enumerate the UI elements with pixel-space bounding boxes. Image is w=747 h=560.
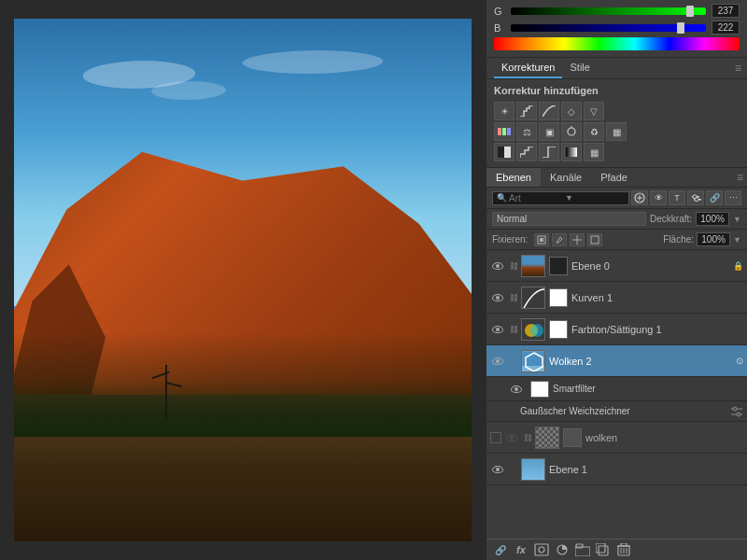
blend-mode-select[interactable]: Normal [492, 212, 646, 226]
visibility-toggle[interactable] [490, 259, 505, 273]
layer-name: Farbton/Sättigung 1 [571, 324, 743, 335]
b-slider-track[interactable] [511, 24, 706, 32]
fix-pixels-btn[interactable] [534, 233, 549, 246]
threshold-icon[interactable] [539, 143, 559, 161]
curves-icon[interactable] [539, 102, 559, 120]
layer-item[interactable]: ⛓ Farbton/Sättigung 1 [486, 314, 747, 345]
layer-item[interactable]: Ebene 1 [486, 454, 747, 485]
tab-stile[interactable]: Stile [562, 58, 597, 78]
tab-pfade[interactable]: Pfade [591, 168, 637, 187]
layers-panel: Ebenen Kanäle Pfade ≡ 🔍 ▼ 👁 T 🔗 ⋯ [486, 168, 747, 560]
visibility-toggle[interactable] [490, 290, 505, 305]
opacity-input[interactable] [696, 212, 729, 226]
corrections-row-1: ☀ ◇ ▽ [494, 102, 740, 120]
corrections-menu-icon[interactable]: ≡ [735, 62, 741, 75]
fix-brush-btn[interactable] [552, 233, 567, 246]
hsl-icon[interactable] [494, 122, 514, 141]
selective-color-icon[interactable]: ▦ [584, 143, 604, 161]
layer-name: Wolken 2 [549, 356, 732, 367]
channelmixer-icon[interactable]: ♻ [584, 122, 604, 141]
g-slider-track[interactable] [511, 7, 706, 15]
link-layers-btn[interactable]: 🔗 [492, 542, 509, 557]
colorlookup-icon[interactable]: ▦ [606, 122, 627, 141]
eye-icon [492, 466, 503, 473]
b-label: B [494, 22, 505, 34]
visibility-toggle[interactable] [490, 322, 505, 337]
flaeche-input[interactable] [697, 232, 730, 246]
eye-icon [492, 326, 503, 333]
layer-item-gauss[interactable]: Gaußscher Weichzeichner [486, 401, 747, 422]
right-panel: G B Korrekturen Stile ≡ Korrektur hinzuf… [486, 0, 747, 560]
layer-item[interactable]: ⛓ wolken [486, 422, 747, 454]
layer-item-smartfilter[interactable]: Smartfilter [486, 377, 747, 401]
eye-filter-btn[interactable]: 👁 [650, 190, 667, 205]
svg-point-30 [737, 413, 740, 416]
more-filter-btn[interactable]: ⋯ [725, 190, 741, 205]
tab-korrekturen[interactable]: Korrekturen [494, 58, 562, 78]
photofilter-icon[interactable] [561, 122, 582, 141]
new-layer-btn[interactable] [595, 542, 612, 557]
create-layer-btn[interactable] [631, 190, 648, 205]
g-channel-row: G [494, 4, 740, 18]
search-dropdown-icon[interactable]: ▼ [565, 193, 573, 203]
layer-thumbnail [521, 318, 545, 341]
group-layers-btn[interactable] [574, 542, 591, 557]
delete-layer-btn[interactable] [615, 542, 632, 557]
link-filter-btn[interactable]: 🔗 [706, 190, 723, 205]
b-value-input[interactable] [712, 21, 740, 35]
layers-list: ⛓ Ebene 0 🔒 ⛓ Kurven 1 [486, 250, 747, 539]
layer-checkbox[interactable] [490, 432, 501, 443]
gauss-filter-name: Gaußscher Weichzeichner [520, 406, 730, 416]
eye-icon [492, 294, 503, 301]
invert-icon[interactable] [494, 143, 514, 161]
tab-ebenen[interactable]: Ebenen [486, 168, 541, 187]
gradient-map-icon[interactable] [561, 143, 582, 161]
adjustment-layer-btn[interactable] [554, 542, 571, 557]
b-channel-row: B [494, 21, 740, 35]
vibrance-icon[interactable]: ▽ [584, 102, 604, 120]
b-slider-thumb[interactable] [677, 22, 684, 34]
fix-artboard-btn[interactable] [587, 233, 602, 246]
visibility-toggle[interactable] [504, 430, 519, 445]
svg-rect-5 [498, 147, 504, 158]
layer-name: Ebene 0 [571, 260, 731, 272]
levels-icon[interactable] [516, 102, 537, 120]
svg-point-22 [530, 324, 543, 337]
fixieren-row: Fixieren: Fläche: ▼ [486, 230, 747, 250]
layer-mask-thumbnail [549, 320, 568, 339]
flaeche-arrow-icon[interactable]: ▼ [733, 235, 741, 245]
text-filter-btn[interactable]: T [669, 190, 685, 205]
layers-bottom-toolbar: 🔗 fx [486, 539, 747, 560]
posterize-icon[interactable] [516, 143, 537, 161]
visibility-toggle[interactable] [509, 382, 524, 397]
opacity-arrow-icon[interactable]: ▼ [733, 215, 741, 224]
svg-rect-6 [504, 147, 511, 158]
adjust-filter-btn[interactable] [687, 190, 704, 205]
g-slider-thumb[interactable] [686, 6, 694, 17]
add-mask-btn[interactable] [533, 542, 550, 557]
vegetation [14, 381, 472, 437]
svg-point-29 [733, 407, 737, 411]
fix-position-btn[interactable] [570, 233, 585, 246]
exposure-icon[interactable]: ◇ [561, 102, 582, 120]
color-picker-bar[interactable] [494, 37, 740, 50]
svg-rect-18 [591, 236, 599, 244]
layer-item[interactable]: ⛓ Ebene 0 🔒 [486, 250, 747, 282]
fixieren-label: Fixieren: [492, 234, 528, 245]
visibility-toggle[interactable] [490, 462, 505, 477]
corrections-row-3: ▦ [494, 143, 740, 161]
layer-item[interactable]: ⛓ Kurven 1 [486, 282, 747, 314]
tab-kanaele[interactable]: Kanäle [541, 168, 591, 187]
fx-btn[interactable]: fx [513, 542, 529, 557]
g-value-input[interactable] [712, 4, 740, 18]
visibility-toggle[interactable] [490, 354, 505, 369]
gauss-settings-icon[interactable] [730, 405, 743, 418]
colorbalance-icon[interactable]: ⚖ [516, 122, 537, 141]
lock-icon: 🔒 [733, 261, 743, 271]
layers-search-input[interactable] [509, 193, 565, 203]
bw-icon[interactable]: ▣ [539, 122, 559, 141]
layer-item[interactable]: Wolken 2 ⊙ [486, 345, 747, 377]
corrections-row-2: ⚖ ▣ ♻ ▦ [494, 122, 740, 141]
layers-menu-icon[interactable]: ≡ [737, 171, 743, 184]
brightness-icon[interactable]: ☀ [494, 102, 514, 120]
